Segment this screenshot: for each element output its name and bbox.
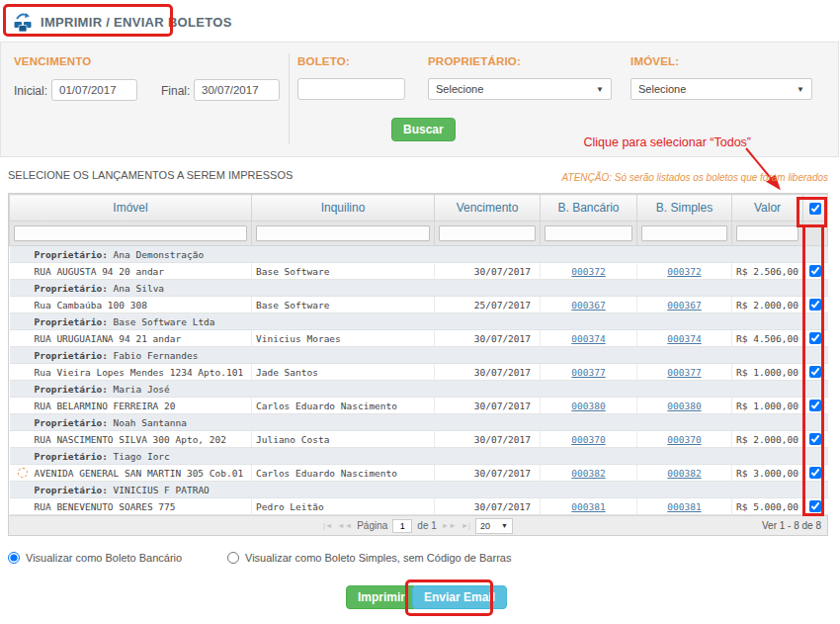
group-label: Proprietário: (35, 384, 108, 395)
pager-next-button[interactable]: ►► (442, 521, 457, 530)
column-header-valor[interactable]: Valor (732, 195, 803, 222)
send-boletos-icon (12, 11, 34, 33)
column-header-select-all (803, 195, 828, 222)
table-row[interactable]: RUA BENEVENUTO SOARES 775 Pedro Leitão 3… (10, 498, 828, 515)
group-row: Proprietário: Fabio Fernandes (10, 347, 828, 364)
boleto-simples-radio[interactable] (227, 552, 239, 564)
boleto-bancario-link[interactable]: 000372 (571, 266, 605, 277)
cell-inquilino: Base Software (252, 297, 435, 313)
column-header-imovel[interactable]: Imóvel (10, 195, 252, 222)
group-name: Noah Santanna (114, 417, 187, 428)
cell-inquilino: Carlos Eduardo Nascimento (252, 465, 435, 482)
cell-inquilino: Juliano Costa (252, 431, 435, 448)
group-row: Proprietário: Base Software Ltda (10, 313, 828, 330)
chevron-down-icon: ▼ (501, 522, 508, 529)
filter-inquilino-input[interactable] (256, 225, 430, 241)
boleto-simples-link[interactable]: 000382 (667, 468, 701, 479)
row-checkbox[interactable] (809, 366, 821, 378)
filter-imovel-input[interactable] (14, 225, 247, 241)
row-checkbox[interactable] (809, 500, 821, 512)
cell-valor: R$ 5.000,00 (732, 498, 803, 515)
group-label: Proprietário: (35, 283, 108, 294)
cell-vencimento: 30/07/2017 (435, 431, 541, 448)
row-checkbox[interactable] (809, 299, 821, 311)
table-row[interactable]: RUA NASCIMENTO SILVA 300 Apto, 202 Julia… (10, 431, 828, 448)
cell-imovel: AVENIDA GENERAL SAN MARTIN 305 Cob.01 (10, 465, 252, 482)
select-all-checkbox[interactable] (809, 203, 821, 215)
cell-vencimento: 30/07/2017 (435, 498, 541, 515)
row-checkbox[interactable] (809, 332, 821, 344)
boleto-simples-link[interactable]: 000380 (667, 401, 701, 411)
row-checkbox[interactable] (809, 265, 821, 277)
pager-page-label: Página (357, 520, 387, 531)
filter-b-simples-input[interactable] (641, 225, 727, 241)
grid-header-row: Imóvel Inquilino Vencimento B. Bancário … (10, 195, 828, 222)
cell-inquilino: Vinicius Moraes (252, 330, 435, 347)
row-checkbox[interactable] (809, 467, 821, 479)
pending-circle-icon (18, 468, 28, 478)
boleto-simples-link[interactable]: 000374 (667, 333, 701, 344)
cell-valor: R$ 1.000,00 (732, 364, 803, 381)
pager-prev-button[interactable]: ◄◄ (337, 521, 352, 530)
cell-inquilino: Jade Santos (252, 364, 435, 381)
group-row: Proprietário: Maria José (10, 381, 828, 398)
group-row: Proprietário: VINICIUS F PATRAO (10, 482, 828, 498)
group-name: Maria José (114, 384, 170, 395)
boleto-bancario-link[interactable]: 000377 (571, 367, 605, 378)
imovel-selected-value: Selecione (638, 83, 686, 95)
filter-vencimento-input[interactable] (439, 225, 536, 241)
filter-b-bancario-input[interactable] (545, 225, 632, 241)
buscar-button[interactable]: Buscar (391, 118, 456, 141)
boleto-bancario-link[interactable]: 000374 (571, 333, 605, 344)
table-row[interactable]: RUA AUGUSTA 94 20 andar Base Software 30… (10, 263, 828, 280)
cell-valor: R$ 1.000,00 (732, 398, 803, 414)
pager-page-size-select[interactable]: 20 ▼ (475, 518, 513, 534)
filter-valor-input[interactable] (736, 225, 798, 241)
cell-imovel: RUA AUGUSTA 94 20 andar (10, 263, 252, 280)
cell-inquilino: Pedro Leitão (252, 498, 435, 515)
table-row[interactable]: RUA BELARMINO FERREIRA 20 Carlos Eduardo… (10, 398, 828, 414)
group-row: Proprietário: Ana Silva (10, 280, 828, 297)
grid-pager: |◄ ◄◄ Página de 1 ►► ►| 20 ▼ Ver 1 - 8 d… (9, 515, 827, 535)
boleto-input[interactable] (297, 78, 405, 100)
data-inicial-input[interactable] (51, 79, 137, 101)
boleto-simples-link[interactable]: 000370 (667, 434, 701, 445)
cell-vencimento: 25/07/2017 (435, 297, 541, 313)
table-row[interactable]: RUA URUGUAIANA 94 21 andar Vinicius Mora… (10, 330, 828, 347)
grid-caption: SELECIONE OS LANÇAMENTOS A SEREM IMPRESS… (8, 169, 293, 181)
pager-page-input[interactable] (392, 519, 412, 533)
enviar-email-button[interactable]: Enviar Email (412, 585, 507, 609)
row-checkbox[interactable] (809, 400, 821, 411)
boleto-bancario-radio[interactable] (8, 552, 20, 564)
imprimir-button[interactable]: Imprimir (346, 585, 417, 609)
column-header-vencimento[interactable]: Vencimento (435, 195, 541, 222)
boleto-simples-link[interactable]: 000372 (667, 266, 701, 277)
boleto-bancario-link[interactable]: 000367 (571, 300, 605, 311)
column-header-b-bancario[interactable]: B. Bancário (541, 195, 637, 222)
filter-divider (289, 53, 290, 144)
boleto-simples-link[interactable]: 000381 (667, 501, 701, 512)
cell-imovel: Rua Cambaúba 100 308 (10, 297, 252, 313)
boleto-bancario-link[interactable]: 000381 (571, 501, 605, 512)
pager-first-button[interactable]: |◄ (323, 521, 332, 530)
imovel-select[interactable]: Selecione ▼ (630, 78, 812, 100)
proprietario-select[interactable]: Selecione ▼ (428, 78, 612, 100)
boleto-bancario-link[interactable]: 000382 (571, 468, 605, 479)
table-row[interactable]: Rua Cambaúba 100 308 Base Software 25/07… (10, 297, 828, 313)
boleto-simples-link[interactable]: 000377 (667, 367, 701, 378)
cell-valor: R$ 2.000,00 (732, 431, 803, 448)
group-name: Ana Silva (114, 283, 164, 294)
boleto-bancario-link[interactable]: 000370 (571, 434, 605, 445)
cell-vencimento: 30/07/2017 (435, 263, 541, 280)
boleto-simples-link[interactable]: 000367 (667, 300, 701, 311)
boleto-bancario-link[interactable]: 000380 (571, 401, 605, 411)
pager-last-button[interactable]: ►| (462, 521, 470, 530)
data-final-input[interactable] (194, 79, 280, 101)
boleto-simples-radio-label: Visualizar como Boleto Simples, sem Códi… (245, 552, 511, 564)
table-row[interactable]: Rua Vieira Lopes Mendes 1234 Apto.101 Ja… (10, 364, 828, 381)
column-header-inquilino[interactable]: Inquilino (252, 195, 435, 222)
group-row: Proprietário: Tiago Iorc (10, 448, 828, 465)
column-header-b-simples[interactable]: B. Simples (637, 195, 732, 222)
table-row[interactable]: AVENIDA GENERAL SAN MARTIN 305 Cob.01 Ca… (10, 465, 828, 482)
row-checkbox[interactable] (809, 433, 821, 445)
